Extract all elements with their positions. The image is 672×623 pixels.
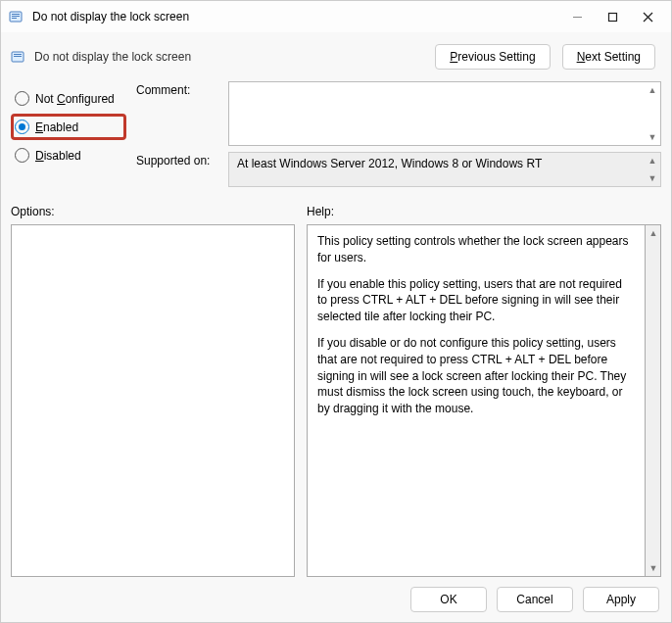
scroll-down-icon[interactable]: ▼ <box>647 131 658 143</box>
radio-circle-checked-icon <box>15 120 29 134</box>
main-content: Not Configured Enabled Disabled Comment:… <box>1 77 671 577</box>
help-text-2: If you enable this policy setting, users… <box>317 276 635 325</box>
options-label: Options: <box>11 205 295 218</box>
help-panel: This policy setting controls whether the… <box>307 224 646 577</box>
policy-header-icon <box>11 49 26 65</box>
help-text-3: If you disable or do not configure this … <box>317 335 635 417</box>
minimize-button[interactable] <box>569 9 585 24</box>
next-setting-button[interactable]: Next Setting <box>562 44 655 70</box>
svg-rect-9 <box>14 54 22 55</box>
options-panel <box>11 224 295 577</box>
apply-button[interactable]: Apply <box>583 587 659 612</box>
radio-enabled[interactable]: Enabled <box>11 114 126 140</box>
ok-button[interactable]: OK <box>410 587 487 612</box>
comment-label: Comment: <box>136 81 218 97</box>
radio-label: Disabled <box>35 149 81 163</box>
cancel-button[interactable]: Cancel <box>497 587 573 612</box>
radio-circle-icon <box>15 91 29 106</box>
window-title: Do not display the lock screen <box>32 10 569 24</box>
previous-setting-button[interactable]: Previous Setting <box>435 44 550 70</box>
dialog-footer: OK Cancel Apply <box>1 577 671 622</box>
help-text-1: This policy setting controls whether the… <box>317 233 635 266</box>
radio-circle-icon <box>15 148 29 163</box>
svg-rect-3 <box>12 18 17 19</box>
policy-icon <box>9 9 24 24</box>
svg-rect-10 <box>14 56 22 57</box>
radio-label: Not Configured <box>35 92 115 106</box>
maximize-button[interactable] <box>604 9 620 24</box>
help-scrollbar[interactable]: ▲ ▼ <box>646 224 661 577</box>
radio-label: Enabled <box>35 120 78 134</box>
scroll-down-icon[interactable]: ▼ <box>647 172 658 184</box>
scroll-up-icon[interactable]: ▲ <box>648 227 659 239</box>
policy-title: Do not display the lock screen <box>34 50 191 64</box>
radio-disabled[interactable]: Disabled <box>11 142 136 168</box>
supported-on-value: At least Windows Server 2012, Windows 8 … <box>237 157 542 170</box>
svg-rect-2 <box>12 16 20 17</box>
policy-header: Do not display the lock screen Previous … <box>1 32 671 77</box>
window-controls <box>569 9 655 24</box>
radio-not-configured[interactable]: Not Configured <box>11 85 136 112</box>
scroll-up-icon[interactable]: ▲ <box>647 155 658 167</box>
scroll-up-icon[interactable]: ▲ <box>647 84 658 96</box>
titlebar: Do not display the lock screen <box>1 1 671 32</box>
state-radio-group: Not Configured Enabled Disabled <box>11 81 136 187</box>
svg-rect-1 <box>12 14 20 15</box>
comment-textarea[interactable]: ▲ ▼ <box>228 81 661 146</box>
scroll-down-icon[interactable]: ▼ <box>648 562 659 574</box>
supported-on-box: At least Windows Server 2012, Windows 8 … <box>228 152 661 187</box>
svg-rect-5 <box>608 13 616 21</box>
help-label: Help: <box>307 205 661 218</box>
close-button[interactable] <box>640 9 655 24</box>
supported-on-label: Supported on: <box>136 152 218 168</box>
